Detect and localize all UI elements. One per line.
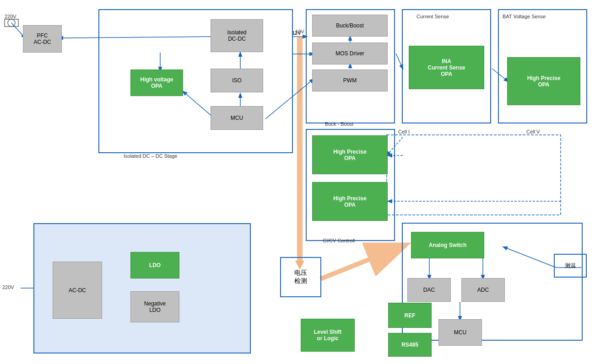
voltage-detect-block: 电压 检测	[280, 257, 321, 297]
svg-line-37	[320, 246, 403, 279]
analog-switch-block: Analog Switch	[411, 232, 484, 258]
mos-driver-block: MOS Driver	[312, 43, 388, 64]
v220-top-label: 220V	[5, 14, 16, 19]
svg-point-1	[8, 19, 15, 27]
level-shift-block: Level Shift or Logic	[301, 319, 355, 352]
buck-boost-label: Buck - Boost	[325, 121, 353, 127]
rs485-block: RS485	[388, 333, 432, 357]
mcu-bottom-block: MCU	[438, 319, 482, 346]
v12-label: 12V	[292, 30, 301, 36]
diagram: 12V Cell I Cell V	[0, 0, 595, 364]
high-voltage-opa-block: High voltage OPA	[130, 70, 183, 96]
wendu-block: 测温	[554, 254, 587, 278]
high-precise-opa1-block: High Precise OPA	[312, 135, 388, 174]
ldo-block: LDO	[130, 252, 179, 278]
pfc-acdc-block: PFC AC-DC	[23, 25, 62, 53]
high-precise-opa-top-block: High Precise OPA	[507, 57, 580, 105]
dac-block: DAC	[407, 278, 451, 302]
isolated-stage-label: Isolated DC – DC Stage	[124, 153, 177, 159]
neg-ldo-block: Negative LDO	[130, 291, 179, 322]
pwm-block: PWM	[312, 70, 388, 91]
adc-block: ADC	[461, 278, 505, 302]
iso-block: ISO	[211, 69, 263, 92]
acdc-bottom-block: AC-DC	[53, 262, 102, 319]
svg-rect-0	[5, 19, 18, 27]
v220-bottom-label: 220V	[2, 284, 14, 290]
ref-block: REF	[388, 303, 432, 328]
mcu-top-block: MCU	[211, 106, 263, 130]
svg-text:Cell V: Cell V	[526, 129, 540, 134]
isolated-dcdc-block: Isolated DC-DC	[211, 19, 263, 52]
svg-rect-19	[387, 135, 561, 215]
bat-voltage-label: BAT Voltage Sense	[503, 14, 546, 19]
high-precise-opa2-block: High Precise OPA	[312, 182, 388, 221]
current-sense-label: Current Sense	[416, 14, 449, 19]
isolated-stage-box	[98, 9, 293, 153]
svg-text:Cell I: Cell I	[398, 129, 410, 134]
ina-current-sense-block: INA Current Sense OPA	[409, 46, 484, 89]
cicv-label: CI/CV Controll	[323, 238, 355, 243]
buck-boost-block: Buck/Boost	[312, 15, 388, 37]
